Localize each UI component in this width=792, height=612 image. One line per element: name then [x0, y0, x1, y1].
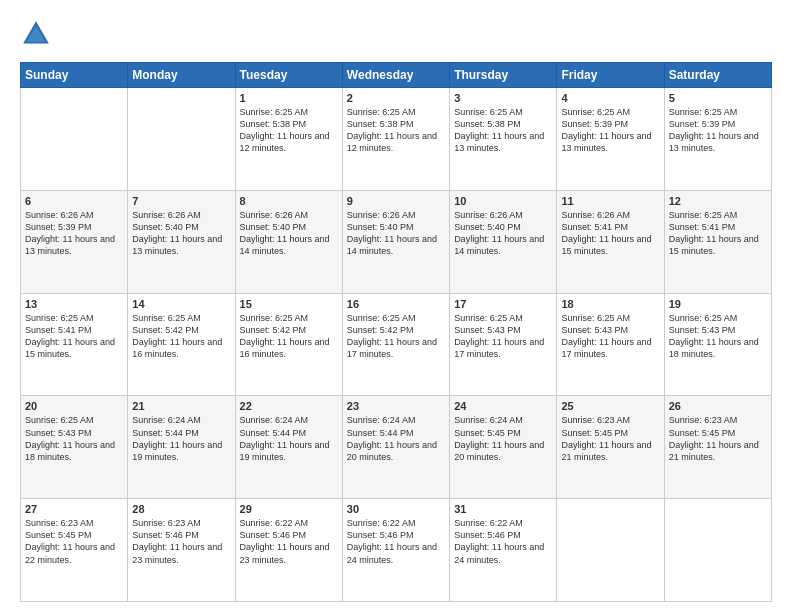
day-number: 7: [132, 195, 230, 207]
cell-info: Sunrise: 6:25 AMSunset: 5:39 PMDaylight:…: [561, 107, 651, 153]
day-number: 5: [669, 92, 767, 104]
day-number: 10: [454, 195, 552, 207]
calendar-cell: 11 Sunrise: 6:26 AMSunset: 5:41 PMDaylig…: [557, 190, 664, 293]
cell-info: Sunrise: 6:26 AMSunset: 5:40 PMDaylight:…: [132, 210, 222, 256]
day-number: 23: [347, 400, 445, 412]
calendar-cell: 14 Sunrise: 6:25 AMSunset: 5:42 PMDaylig…: [128, 293, 235, 396]
day-number: 20: [25, 400, 123, 412]
cell-info: Sunrise: 6:22 AMSunset: 5:46 PMDaylight:…: [454, 518, 544, 564]
day-number: 18: [561, 298, 659, 310]
cell-info: Sunrise: 6:24 AMSunset: 5:44 PMDaylight:…: [132, 415, 222, 461]
cell-info: Sunrise: 6:26 AMSunset: 5:40 PMDaylight:…: [347, 210, 437, 256]
day-number: 12: [669, 195, 767, 207]
day-number: 26: [669, 400, 767, 412]
cell-info: Sunrise: 6:23 AMSunset: 5:46 PMDaylight:…: [132, 518, 222, 564]
header: [20, 18, 772, 50]
calendar-cell: 26 Sunrise: 6:23 AMSunset: 5:45 PMDaylig…: [664, 396, 771, 499]
calendar-cell: 10 Sunrise: 6:26 AMSunset: 5:40 PMDaylig…: [450, 190, 557, 293]
cell-info: Sunrise: 6:26 AMSunset: 5:39 PMDaylight:…: [25, 210, 115, 256]
weekday-header: Tuesday: [235, 63, 342, 88]
cell-info: Sunrise: 6:23 AMSunset: 5:45 PMDaylight:…: [25, 518, 115, 564]
logo: [20, 18, 56, 50]
day-number: 29: [240, 503, 338, 515]
day-number: 25: [561, 400, 659, 412]
cell-info: Sunrise: 6:26 AMSunset: 5:40 PMDaylight:…: [240, 210, 330, 256]
calendar-week-row: 20 Sunrise: 6:25 AMSunset: 5:43 PMDaylig…: [21, 396, 772, 499]
weekday-header: Saturday: [664, 63, 771, 88]
cell-info: Sunrise: 6:25 AMSunset: 5:43 PMDaylight:…: [561, 313, 651, 359]
calendar-cell: 21 Sunrise: 6:24 AMSunset: 5:44 PMDaylig…: [128, 396, 235, 499]
cell-info: Sunrise: 6:25 AMSunset: 5:42 PMDaylight:…: [347, 313, 437, 359]
calendar-week-row: 27 Sunrise: 6:23 AMSunset: 5:45 PMDaylig…: [21, 499, 772, 602]
weekday-header: Friday: [557, 63, 664, 88]
day-number: 22: [240, 400, 338, 412]
cell-info: Sunrise: 6:25 AMSunset: 5:42 PMDaylight:…: [240, 313, 330, 359]
cell-info: Sunrise: 6:25 AMSunset: 5:38 PMDaylight:…: [454, 107, 544, 153]
cell-info: Sunrise: 6:22 AMSunset: 5:46 PMDaylight:…: [240, 518, 330, 564]
calendar-cell: 5 Sunrise: 6:25 AMSunset: 5:39 PMDayligh…: [664, 88, 771, 191]
calendar-cell: 9 Sunrise: 6:26 AMSunset: 5:40 PMDayligh…: [342, 190, 449, 293]
cell-info: Sunrise: 6:25 AMSunset: 5:43 PMDaylight:…: [669, 313, 759, 359]
day-number: 24: [454, 400, 552, 412]
calendar-cell: 13 Sunrise: 6:25 AMSunset: 5:41 PMDaylig…: [21, 293, 128, 396]
cell-info: Sunrise: 6:25 AMSunset: 5:43 PMDaylight:…: [454, 313, 544, 359]
calendar-week-row: 1 Sunrise: 6:25 AMSunset: 5:38 PMDayligh…: [21, 88, 772, 191]
calendar-cell: 31 Sunrise: 6:22 AMSunset: 5:46 PMDaylig…: [450, 499, 557, 602]
weekday-header: Thursday: [450, 63, 557, 88]
calendar-cell: 30 Sunrise: 6:22 AMSunset: 5:46 PMDaylig…: [342, 499, 449, 602]
cell-info: Sunrise: 6:24 AMSunset: 5:44 PMDaylight:…: [347, 415, 437, 461]
calendar-cell: 29 Sunrise: 6:22 AMSunset: 5:46 PMDaylig…: [235, 499, 342, 602]
calendar-cell: [664, 499, 771, 602]
calendar-cell: [128, 88, 235, 191]
cell-info: Sunrise: 6:26 AMSunset: 5:40 PMDaylight:…: [454, 210, 544, 256]
cell-info: Sunrise: 6:23 AMSunset: 5:45 PMDaylight:…: [561, 415, 651, 461]
calendar-cell: 3 Sunrise: 6:25 AMSunset: 5:38 PMDayligh…: [450, 88, 557, 191]
calendar-cell: 4 Sunrise: 6:25 AMSunset: 5:39 PMDayligh…: [557, 88, 664, 191]
day-number: 6: [25, 195, 123, 207]
calendar-cell: 7 Sunrise: 6:26 AMSunset: 5:40 PMDayligh…: [128, 190, 235, 293]
calendar-cell: 8 Sunrise: 6:26 AMSunset: 5:40 PMDayligh…: [235, 190, 342, 293]
day-number: 28: [132, 503, 230, 515]
day-number: 15: [240, 298, 338, 310]
cell-info: Sunrise: 6:24 AMSunset: 5:44 PMDaylight:…: [240, 415, 330, 461]
calendar-cell: 25 Sunrise: 6:23 AMSunset: 5:45 PMDaylig…: [557, 396, 664, 499]
cell-info: Sunrise: 6:25 AMSunset: 5:41 PMDaylight:…: [669, 210, 759, 256]
calendar-cell: 28 Sunrise: 6:23 AMSunset: 5:46 PMDaylig…: [128, 499, 235, 602]
day-number: 4: [561, 92, 659, 104]
calendar-cell: 18 Sunrise: 6:25 AMSunset: 5:43 PMDaylig…: [557, 293, 664, 396]
day-number: 19: [669, 298, 767, 310]
cell-info: Sunrise: 6:24 AMSunset: 5:45 PMDaylight:…: [454, 415, 544, 461]
calendar-cell: 22 Sunrise: 6:24 AMSunset: 5:44 PMDaylig…: [235, 396, 342, 499]
calendar-cell: 20 Sunrise: 6:25 AMSunset: 5:43 PMDaylig…: [21, 396, 128, 499]
calendar-cell: [557, 499, 664, 602]
calendar-cell: 24 Sunrise: 6:24 AMSunset: 5:45 PMDaylig…: [450, 396, 557, 499]
day-number: 27: [25, 503, 123, 515]
day-number: 16: [347, 298, 445, 310]
calendar-cell: [21, 88, 128, 191]
cell-info: Sunrise: 6:26 AMSunset: 5:41 PMDaylight:…: [561, 210, 651, 256]
cell-info: Sunrise: 6:22 AMSunset: 5:46 PMDaylight:…: [347, 518, 437, 564]
calendar-cell: 6 Sunrise: 6:26 AMSunset: 5:39 PMDayligh…: [21, 190, 128, 293]
day-number: 30: [347, 503, 445, 515]
day-number: 8: [240, 195, 338, 207]
cell-info: Sunrise: 6:25 AMSunset: 5:43 PMDaylight:…: [25, 415, 115, 461]
calendar-cell: 23 Sunrise: 6:24 AMSunset: 5:44 PMDaylig…: [342, 396, 449, 499]
calendar-cell: 15 Sunrise: 6:25 AMSunset: 5:42 PMDaylig…: [235, 293, 342, 396]
day-number: 1: [240, 92, 338, 104]
day-number: 31: [454, 503, 552, 515]
cell-info: Sunrise: 6:25 AMSunset: 5:38 PMDaylight:…: [347, 107, 437, 153]
cell-info: Sunrise: 6:23 AMSunset: 5:45 PMDaylight:…: [669, 415, 759, 461]
cell-info: Sunrise: 6:25 AMSunset: 5:39 PMDaylight:…: [669, 107, 759, 153]
weekday-header: Monday: [128, 63, 235, 88]
page: SundayMondayTuesdayWednesdayThursdayFrid…: [0, 0, 792, 612]
calendar-cell: 17 Sunrise: 6:25 AMSunset: 5:43 PMDaylig…: [450, 293, 557, 396]
cell-info: Sunrise: 6:25 AMSunset: 5:41 PMDaylight:…: [25, 313, 115, 359]
calendar-cell: 2 Sunrise: 6:25 AMSunset: 5:38 PMDayligh…: [342, 88, 449, 191]
cell-info: Sunrise: 6:25 AMSunset: 5:38 PMDaylight:…: [240, 107, 330, 153]
calendar-header-row: SundayMondayTuesdayWednesdayThursdayFrid…: [21, 63, 772, 88]
cell-info: Sunrise: 6:25 AMSunset: 5:42 PMDaylight:…: [132, 313, 222, 359]
day-number: 17: [454, 298, 552, 310]
day-number: 13: [25, 298, 123, 310]
day-number: 11: [561, 195, 659, 207]
logo-icon: [20, 18, 52, 50]
